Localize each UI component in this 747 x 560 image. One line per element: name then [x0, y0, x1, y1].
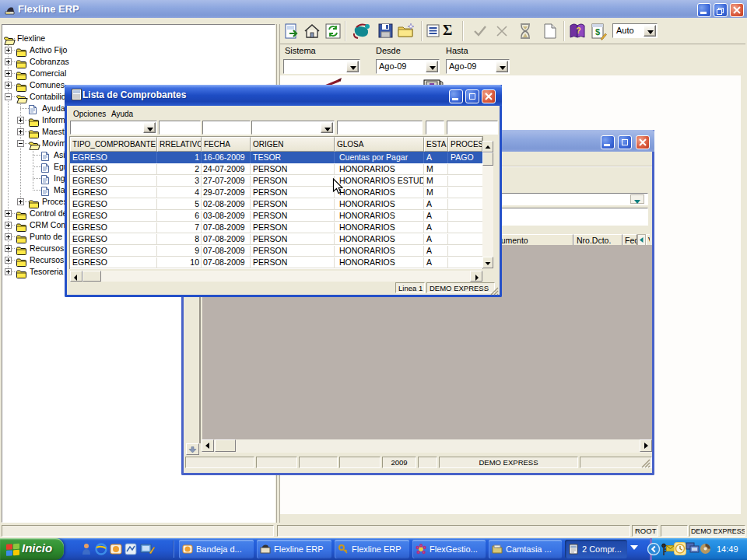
- svg-text:?: ?: [576, 26, 580, 35]
- svg-text:$: $: [595, 27, 600, 37]
